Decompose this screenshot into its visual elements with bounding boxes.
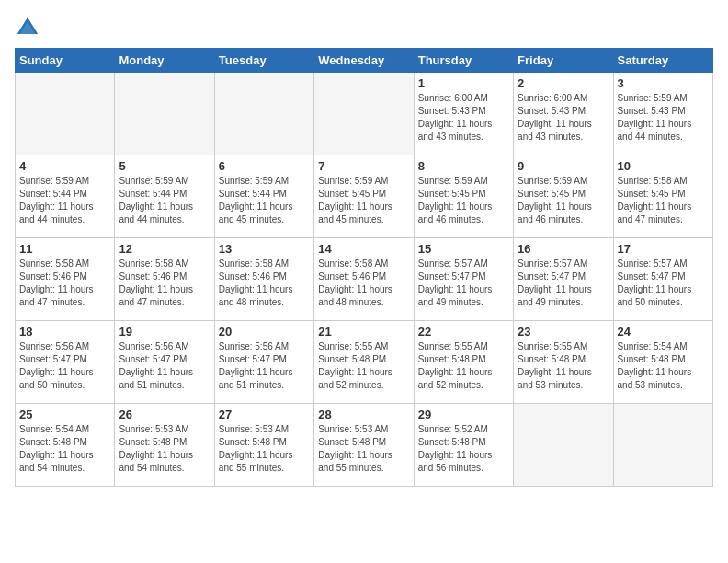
header-saturday: Saturday xyxy=(613,49,712,73)
day-cell: 27Sunrise: 5:53 AM Sunset: 5:48 PM Dayli… xyxy=(214,404,313,487)
header-wednesday: Wednesday xyxy=(314,49,414,73)
day-cell: 4Sunrise: 5:59 AM Sunset: 5:44 PM Daylig… xyxy=(16,155,115,238)
day-info: Sunrise: 5:57 AM Sunset: 5:47 PM Dayligh… xyxy=(518,258,609,309)
day-cell: 1Sunrise: 6:00 AM Sunset: 5:43 PM Daylig… xyxy=(414,73,513,155)
day-cell: 14Sunrise: 5:58 AM Sunset: 5:46 PM Dayli… xyxy=(314,238,414,321)
day-info: Sunrise: 5:59 AM Sunset: 5:44 PM Dayligh… xyxy=(19,175,110,226)
day-number: 7 xyxy=(318,159,409,173)
day-number: 11 xyxy=(19,242,110,256)
day-number: 9 xyxy=(518,159,609,173)
day-cell: 25Sunrise: 5:54 AM Sunset: 5:48 PM Dayli… xyxy=(16,404,115,487)
day-number: 5 xyxy=(119,159,210,173)
day-number: 22 xyxy=(418,325,509,339)
day-number: 12 xyxy=(119,242,210,256)
day-info: Sunrise: 5:53 AM Sunset: 5:48 PM Dayligh… xyxy=(318,423,409,475)
week-row-3: 11Sunrise: 5:58 AM Sunset: 5:46 PM Dayli… xyxy=(16,238,713,321)
day-number: 13 xyxy=(219,242,310,256)
day-cell: 6Sunrise: 5:59 AM Sunset: 5:44 PM Daylig… xyxy=(214,155,313,238)
day-info: Sunrise: 5:55 AM Sunset: 5:48 PM Dayligh… xyxy=(318,340,409,392)
calendar-header: SundayMondayTuesdayWednesdayThursdayFrid… xyxy=(16,49,713,73)
day-info: Sunrise: 5:55 AM Sunset: 5:48 PM Dayligh… xyxy=(518,340,609,392)
day-cell: 24Sunrise: 5:54 AM Sunset: 5:48 PM Dayli… xyxy=(613,321,712,404)
day-number: 6 xyxy=(219,159,310,173)
day-cell: 17Sunrise: 5:57 AM Sunset: 5:47 PM Dayli… xyxy=(613,238,712,321)
logo xyxy=(15,15,44,40)
day-info: Sunrise: 5:54 AM Sunset: 5:48 PM Dayligh… xyxy=(19,423,110,475)
day-cell: 12Sunrise: 5:58 AM Sunset: 5:46 PM Dayli… xyxy=(115,238,214,321)
day-number: 26 xyxy=(119,408,210,421)
day-cell: 7Sunrise: 5:59 AM Sunset: 5:45 PM Daylig… xyxy=(314,155,414,238)
header-tuesday: Tuesday xyxy=(214,49,313,73)
week-row-2: 4Sunrise: 5:59 AM Sunset: 5:44 PM Daylig… xyxy=(16,155,713,238)
day-number: 8 xyxy=(418,159,509,173)
day-cell: 18Sunrise: 5:56 AM Sunset: 5:47 PM Dayli… xyxy=(16,321,115,404)
week-row-1: 1Sunrise: 6:00 AM Sunset: 5:43 PM Daylig… xyxy=(16,73,713,155)
day-info: Sunrise: 5:54 AM Sunset: 5:48 PM Dayligh… xyxy=(618,340,709,392)
day-info: Sunrise: 5:57 AM Sunset: 5:47 PM Dayligh… xyxy=(618,258,709,309)
day-cell xyxy=(16,73,115,155)
day-cell: 11Sunrise: 5:58 AM Sunset: 5:46 PM Dayli… xyxy=(16,238,115,321)
day-cell xyxy=(115,73,214,155)
day-cell xyxy=(613,404,712,487)
day-info: Sunrise: 5:56 AM Sunset: 5:47 PM Dayligh… xyxy=(219,340,310,392)
week-row-5: 25Sunrise: 5:54 AM Sunset: 5:48 PM Dayli… xyxy=(16,404,713,487)
page-header xyxy=(15,15,713,40)
day-info: Sunrise: 5:59 AM Sunset: 5:43 PM Dayligh… xyxy=(618,92,709,144)
day-info: Sunrise: 5:53 AM Sunset: 5:48 PM Dayligh… xyxy=(219,423,310,475)
day-info: Sunrise: 5:59 AM Sunset: 5:44 PM Dayligh… xyxy=(219,175,310,226)
day-info: Sunrise: 5:59 AM Sunset: 5:45 PM Dayligh… xyxy=(318,175,409,226)
day-info: Sunrise: 5:58 AM Sunset: 5:46 PM Dayligh… xyxy=(318,258,409,309)
day-number: 19 xyxy=(119,325,210,339)
day-number: 20 xyxy=(219,325,310,339)
calendar-body: 1Sunrise: 6:00 AM Sunset: 5:43 PM Daylig… xyxy=(16,73,713,487)
day-info: Sunrise: 5:55 AM Sunset: 5:48 PM Dayligh… xyxy=(418,340,509,392)
header-row: SundayMondayTuesdayWednesdayThursdayFrid… xyxy=(16,49,713,73)
day-info: Sunrise: 5:58 AM Sunset: 5:45 PM Dayligh… xyxy=(618,175,709,226)
header-sunday: Sunday xyxy=(16,49,115,73)
day-info: Sunrise: 6:00 AM Sunset: 5:43 PM Dayligh… xyxy=(518,92,609,144)
day-number: 27 xyxy=(219,408,310,421)
day-info: Sunrise: 5:58 AM Sunset: 5:46 PM Dayligh… xyxy=(19,258,110,309)
day-number: 23 xyxy=(518,325,609,339)
day-number: 17 xyxy=(618,242,709,256)
day-cell: 20Sunrise: 5:56 AM Sunset: 5:47 PM Dayli… xyxy=(214,321,313,404)
day-cell: 21Sunrise: 5:55 AM Sunset: 5:48 PM Dayli… xyxy=(314,321,414,404)
day-info: Sunrise: 6:00 AM Sunset: 5:43 PM Dayligh… xyxy=(418,92,509,144)
day-info: Sunrise: 5:56 AM Sunset: 5:47 PM Dayligh… xyxy=(19,340,110,392)
header-friday: Friday xyxy=(514,49,613,73)
day-info: Sunrise: 5:59 AM Sunset: 5:44 PM Dayligh… xyxy=(119,175,210,226)
day-number: 16 xyxy=(518,242,609,256)
day-cell: 22Sunrise: 5:55 AM Sunset: 5:48 PM Dayli… xyxy=(414,321,513,404)
day-cell: 19Sunrise: 5:56 AM Sunset: 5:47 PM Dayli… xyxy=(115,321,214,404)
day-info: Sunrise: 5:59 AM Sunset: 5:45 PM Dayligh… xyxy=(518,175,609,226)
day-number: 3 xyxy=(618,76,709,90)
day-number: 15 xyxy=(418,242,509,256)
calendar-table: SundayMondayTuesdayWednesdayThursdayFrid… xyxy=(15,48,713,487)
day-info: Sunrise: 5:57 AM Sunset: 5:47 PM Dayligh… xyxy=(418,258,509,309)
day-number: 4 xyxy=(19,159,110,173)
day-number: 18 xyxy=(19,325,110,339)
day-cell xyxy=(514,404,613,487)
logo-icon xyxy=(15,15,40,40)
week-row-4: 18Sunrise: 5:56 AM Sunset: 5:47 PM Dayli… xyxy=(16,321,713,404)
day-cell: 23Sunrise: 5:55 AM Sunset: 5:48 PM Dayli… xyxy=(514,321,613,404)
day-cell: 29Sunrise: 5:52 AM Sunset: 5:48 PM Dayli… xyxy=(414,404,513,487)
header-monday: Monday xyxy=(115,49,214,73)
day-cell: 15Sunrise: 5:57 AM Sunset: 5:47 PM Dayli… xyxy=(414,238,513,321)
day-cell: 26Sunrise: 5:53 AM Sunset: 5:48 PM Dayli… xyxy=(115,404,214,487)
header-thursday: Thursday xyxy=(414,49,513,73)
day-info: Sunrise: 5:58 AM Sunset: 5:46 PM Dayligh… xyxy=(119,258,210,309)
day-cell: 28Sunrise: 5:53 AM Sunset: 5:48 PM Dayli… xyxy=(314,404,414,487)
day-number: 14 xyxy=(318,242,409,256)
day-number: 1 xyxy=(418,76,509,90)
day-number: 29 xyxy=(418,408,509,421)
day-cell: 5Sunrise: 5:59 AM Sunset: 5:44 PM Daylig… xyxy=(115,155,214,238)
day-cell: 9Sunrise: 5:59 AM Sunset: 5:45 PM Daylig… xyxy=(514,155,613,238)
day-number: 25 xyxy=(19,408,110,421)
day-cell: 16Sunrise: 5:57 AM Sunset: 5:47 PM Dayli… xyxy=(514,238,613,321)
day-info: Sunrise: 5:58 AM Sunset: 5:46 PM Dayligh… xyxy=(219,258,310,309)
day-cell: 13Sunrise: 5:58 AM Sunset: 5:46 PM Dayli… xyxy=(214,238,313,321)
day-cell: 3Sunrise: 5:59 AM Sunset: 5:43 PM Daylig… xyxy=(613,73,712,155)
day-cell xyxy=(314,73,414,155)
day-info: Sunrise: 5:52 AM Sunset: 5:48 PM Dayligh… xyxy=(418,423,509,475)
